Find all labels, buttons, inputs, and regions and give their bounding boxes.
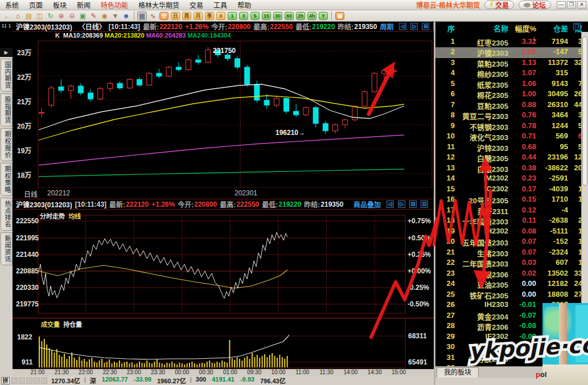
panel-window-icon[interactable]: ▷ — [410, 23, 418, 30]
ime-icon[interactable]: 拼 — [1, 377, 10, 384]
menu-item-0[interactable]: 系统 — [0, 0, 24, 10]
menu-item-2[interactable]: 板块 — [48, 0, 72, 10]
column-header-1[interactable]: 名称 — [456, 23, 508, 34]
column-header-0[interactable]: 序 — [435, 23, 455, 34]
sidebar-tab-5[interactable]: 热点排名 — [1, 198, 13, 231]
period-month-chip[interactable]: 月 — [194, 12, 203, 20]
period-2h-chip[interactable]: 2h — [296, 12, 305, 20]
quote-table-icon[interactable]: ▦ — [137, 11, 147, 21]
quote-row-14[interactable]: 14IM23020.23-2591 — [435, 174, 582, 185]
period-3min-chip[interactable]: 3 — [239, 12, 248, 20]
filter-icon[interactable]: ▼ — [110, 11, 120, 21]
sidebar-tab-2[interactable]: 股指期货 — [1, 93, 13, 126]
quote-row-3[interactable]: 3菜粕23051.131137232 — [435, 58, 582, 69]
sidebar-tab-3[interactable]: 期权报价 — [1, 128, 13, 161]
quote-row-21[interactable]: 21生猪23030.07-23241 — [435, 248, 582, 259]
quote-row-13[interactable]: 13白银23030.38-3862220 — [435, 163, 582, 174]
quote-row-20[interactable]: 20五年国债23030.07-1521 — [435, 237, 582, 248]
quote-row-5[interactable]: 5纸浆23051.0691437 — [435, 79, 582, 90]
menu-item-7[interactable]: 工具 — [208, 0, 232, 10]
minimize-button[interactable]: — — [557, 1, 566, 9]
sidebar-tab-4[interactable]: 期权策略 — [1, 163, 13, 196]
period-4h-chip[interactable]: 4h — [307, 12, 316, 20]
home-icon[interactable]: ⌂ — [13, 11, 23, 21]
period-mode-label[interactable]: 日线 — [24, 189, 38, 199]
period-year-chip[interactable]: Y — [319, 12, 328, 20]
menu-item-4[interactable]: 特色功能 — [96, 0, 133, 10]
quote-row-8[interactable]: 8黄豆二号23030.7634643 — [435, 110, 582, 121]
tab-my-board[interactable]: 我的板块 — [437, 367, 479, 378]
panel-window-icon[interactable]: ▷ — [398, 200, 405, 208]
f10-icon[interactable]: ◫ — [35, 11, 44, 21]
quote-row-7[interactable]: 7豆粕23050.882631044 — [435, 100, 582, 111]
menu-item-6[interactable]: 交易 — [184, 0, 208, 10]
period-5min-chip[interactable]: 5 — [250, 12, 260, 20]
period-30min-chip[interactable]: 30 — [273, 12, 282, 20]
scrollbar-thumb[interactable] — [582, 36, 587, 186]
volume-panel[interactable]: 成交量 持仓量 18229116831165491 — [13, 318, 434, 369]
chart-area[interactable]: 沪镍2303(013203)〈日线〉[10:11:43]最新:222120+1.… — [13, 22, 434, 376]
quote-row-12[interactable]: 12白糖23050.442319612 — [435, 153, 582, 163]
menu-item-8[interactable]: 帮助 — [232, 0, 256, 10]
panel-window-icon[interactable]: ⊟ — [422, 23, 429, 30]
quote-row-4[interactable]: 4棉纱23051.07315 — [435, 68, 582, 79]
low-price-label: 196210→ — [276, 129, 305, 137]
users-icon[interactable]: ☻ — [121, 11, 131, 21]
zoom-in-icon[interactable]: ⊕ — [56, 11, 66, 21]
panel-window-icon[interactable]: ⊟ — [409, 200, 417, 208]
more-icon[interactable]: ▤ — [335, 12, 344, 20]
period-custom-chip[interactable]: X — [216, 12, 225, 20]
quote-row-16[interactable]: 1620号胶23050.1517101 — [435, 195, 582, 206]
forum-button[interactable]: 论坛 — [519, 1, 551, 9]
maximize-button[interactable]: ❐ — [567, 1, 576, 9]
quote-row-9[interactable]: 9不锈钢23030.7812445 — [435, 121, 582, 132]
quote-row-24[interactable]: 24豆油23050.001218224 — [435, 279, 582, 290]
tick-chip[interactable]: 分 — [159, 12, 168, 20]
panel-maximize-icon[interactable]: ❐ — [573, 23, 581, 30]
draw-icon[interactable]: ✎ — [89, 11, 98, 21]
period-1min-chip[interactable]: 1 — [228, 12, 237, 20]
menu-item-3[interactable]: 新闻 — [72, 0, 96, 10]
quote-row-11[interactable]: 11沪锌23030.68955 — [435, 142, 582, 153]
quote-row-23[interactable]: 23白银23060.021350233 — [435, 269, 582, 280]
sidebar-tab-1[interactable]: 国内期货 — [1, 59, 13, 92]
time-tick: 10:00 — [271, 369, 285, 375]
panel-window-icon[interactable]: ⊡ — [421, 200, 428, 208]
candlestick-panel[interactable]: K MA10:208369 MA20:213820 MA60:204283 MA… — [13, 32, 434, 188]
panel-window-icon[interactable]: ◁ — [399, 23, 406, 30]
sidebar-expand-arrow-icon[interactable]: ▶ — [0, 48, 13, 57]
panel-window-icon[interactable]: ◁ — [386, 200, 394, 208]
period-day-chip[interactable]: 日 — [171, 12, 180, 20]
quote-table-header[interactable]: 序名称幅度% ↓仓差成 — [435, 22, 588, 33]
quote-row-22[interactable]: 22二年国债23030.036071 — [435, 258, 582, 269]
quote-row-18[interactable]: 18十年国债23030.11-26382 — [435, 216, 582, 227]
page-icon[interactable]: ▤ — [24, 11, 34, 21]
period-week-chip[interactable]: 周 — [182, 12, 191, 20]
kline-icon[interactable]: ∿ — [148, 11, 158, 21]
intraday-panel[interactable]: 分时走势 均线 22255022199522144022088522033021… — [13, 210, 434, 318]
refresh-icon[interactable]: ↻ — [46, 11, 55, 21]
quote-row-6[interactable]: 6棉花23051.003049526 — [435, 89, 582, 100]
overlay-link[interactable]: 商品叠加 — [353, 199, 381, 209]
quote-row-1[interactable]: 1红枣23053.3271943 — [435, 37, 582, 48]
sidebar-tab-6[interactable]: 新闻资讯 — [1, 232, 13, 265]
trade-button[interactable]: 交易 — [484, 1, 514, 9]
close-button[interactable]: ✕ — [577, 1, 586, 9]
zoom-out-icon[interactable]: ⊖ — [67, 11, 77, 21]
column-header-3[interactable]: 仓差 — [537, 23, 568, 34]
quote-row-25[interactable]: 25铁矿石23050.001880827 — [435, 290, 582, 301]
quote-row-10[interactable]: 10液化气23030.715696 — [435, 132, 582, 142]
period-15min-chip[interactable]: 15 — [262, 12, 271, 20]
quote-row-2[interactable]: 2沪镍23031.26-1475 — [435, 47, 582, 58]
horn-icon[interactable]: ◉ — [100, 11, 109, 21]
back-icon[interactable]: ← — [2, 11, 12, 21]
period-60min-chip[interactable]: 60 — [285, 12, 294, 20]
quote-row-19[interactable]: 19IH23020.08-51111 — [435, 227, 582, 237]
layers-icon[interactable]: ▣ — [78, 11, 88, 21]
quote-row-15[interactable]: 15IC23020.17-40391 — [435, 185, 582, 195]
menu-item-5[interactable]: 格林大华期货 — [133, 0, 184, 10]
quote-row-17[interactable]: 17菜籽23110.12-4 — [435, 206, 582, 216]
menu-item-1[interactable]: 页面 — [24, 0, 48, 10]
period-link[interactable]: 周期 — [380, 22, 393, 31]
period-season-chip[interactable]: 季 — [205, 12, 214, 20]
